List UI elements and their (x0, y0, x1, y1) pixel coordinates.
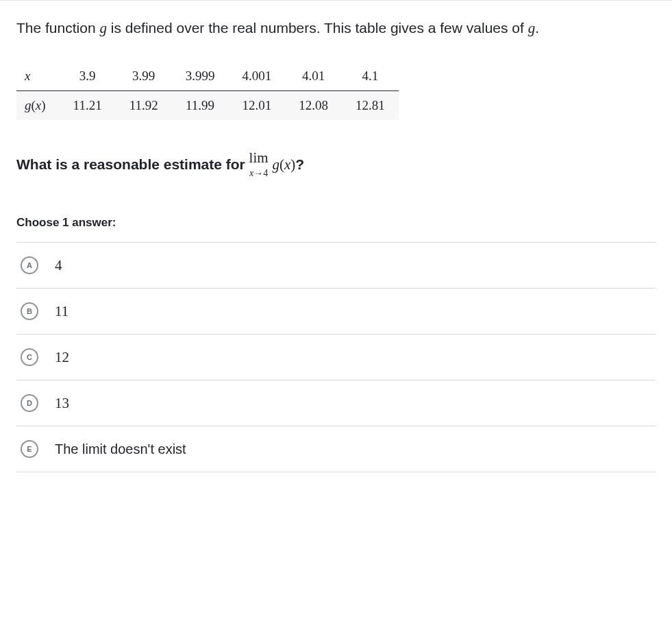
g-val: 12.81 (342, 90, 399, 120)
x-val: 4.01 (285, 62, 342, 91)
x-val: 3.999 (172, 62, 229, 91)
intro-fn: g (99, 20, 107, 36)
answer-option-b[interactable]: B 11 (16, 288, 656, 334)
x-val: 4.001 (228, 62, 285, 91)
table-row-gx: g(x) 11.21 11.92 11.99 12.01 12.08 12.81 (16, 90, 399, 120)
question: What is a reasonable estimate for limx→4… (16, 147, 656, 184)
row-label-x: x (16, 62, 60, 91)
answer-text: 4 (55, 257, 62, 274)
g-val: 11.21 (60, 90, 116, 120)
answer-text: 13 (55, 395, 69, 412)
intro-part2: is defined over the real numbers. This t… (107, 20, 528, 36)
radio-letter: D (21, 394, 38, 412)
radio-letter: A (21, 256, 38, 274)
answer-text: 12 (55, 349, 69, 366)
x-val: 4.1 (342, 62, 399, 91)
radio-letter: C (21, 348, 38, 366)
gx-expression: g(x) (272, 156, 295, 172)
answer-text: 11 (55, 303, 69, 320)
answer-option-e[interactable]: E The limit doesn't exist (16, 426, 656, 472)
limit-expression: limx→4 (249, 147, 269, 184)
x-val: 3.9 (60, 62, 116, 91)
g-val: 12.08 (285, 90, 342, 120)
intro-part3: . (535, 20, 539, 36)
values-table: x 3.9 3.99 3.999 4.001 4.01 4.1 g(x) 11.… (16, 62, 399, 120)
answer-option-d[interactable]: D 13 (16, 380, 656, 426)
answer-list: A 4 B 11 C 12 D 13 E The limit doesn't e… (16, 242, 656, 472)
x-val: 3.99 (116, 62, 172, 91)
g-val: 11.99 (172, 90, 229, 120)
question-suffix: ? (295, 156, 304, 171)
row-label-gx: g(x) (16, 90, 60, 120)
radio-letter: B (21, 302, 38, 320)
lim-sub: x→4 (249, 166, 269, 180)
table-row-x: x 3.9 3.99 3.999 4.001 4.01 4.1 (16, 62, 399, 91)
question-prefix: What is a reasonable estimate for (16, 156, 249, 171)
answer-text: The limit doesn't exist (55, 441, 186, 457)
intro-fn2: g (528, 20, 536, 36)
answer-option-a[interactable]: A 4 (16, 242, 656, 288)
choose-prompt: Choose 1 answer: (16, 216, 656, 230)
problem-intro: The function g is defined over the real … (16, 17, 656, 40)
radio-letter: E (21, 440, 38, 458)
g-val: 11.92 (116, 90, 172, 120)
intro-part1: The function (16, 20, 99, 36)
answer-option-c[interactable]: C 12 (16, 334, 656, 380)
g-val: 12.01 (228, 90, 285, 120)
